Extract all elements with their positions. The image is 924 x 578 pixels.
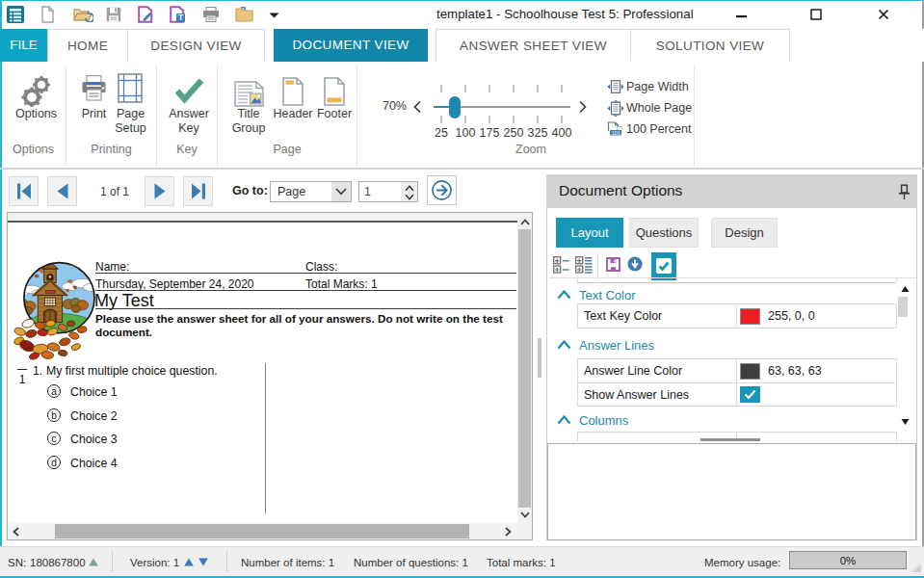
svg-text:100: 100 xyxy=(612,130,620,136)
svg-text:T: T xyxy=(178,13,184,22)
